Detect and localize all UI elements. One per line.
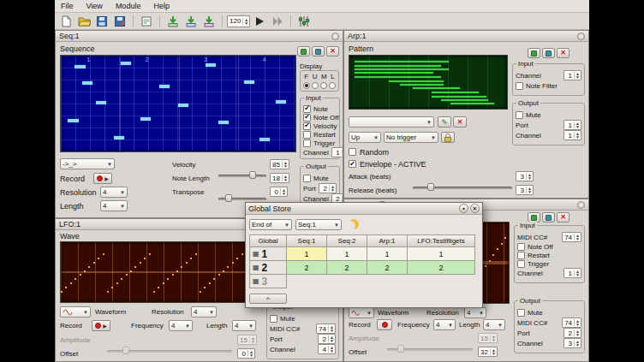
- checkbox-restart[interactable]: Restart: [517, 251, 581, 259]
- zoom-radio-u[interactable]: [312, 82, 319, 89]
- sequence-note[interactable]: [82, 81, 92, 85]
- remove-location-button[interactable]: ^: [249, 294, 287, 304]
- store-cell[interactable]: 2: [326, 260, 367, 275]
- menu-help[interactable]: Help: [153, 2, 170, 10]
- zoom-radio-f[interactable]: [303, 82, 310, 89]
- zoom-mode-m[interactable]: M: [321, 73, 327, 80]
- module-clone-button[interactable]: [297, 46, 310, 56]
- module-handle-icon[interactable]: [331, 33, 339, 40]
- sequence-note[interactable]: [96, 101, 106, 104]
- output-port-spin[interactable]: 1▲▼: [564, 120, 581, 130]
- velocity-slider-handle[interactable]: [249, 171, 256, 179]
- input-channel-spin[interactable]: 1▲▼: [564, 268, 581, 278]
- module-clone-button[interactable]: [528, 48, 540, 58]
- save-as-button[interactable]: [111, 14, 128, 29]
- store-cell[interactable]: 2: [407, 260, 475, 275]
- latch-lock-button[interactable]: [441, 132, 455, 143]
- sequence-note[interactable]: [159, 85, 170, 88]
- transpose-spin[interactable]: 0▲▼: [270, 187, 288, 197]
- length-select[interactable]: 4▼: [100, 200, 128, 211]
- checkbox-velocity[interactable]: Velocity: [303, 122, 337, 130]
- midi-cc-spin[interactable]: 74▲▼: [562, 232, 581, 242]
- checkbox-icon[interactable]: [303, 122, 311, 130]
- seq-titlebar[interactable]: Seq:1: [56, 31, 343, 42]
- sequence-note[interactable]: [244, 80, 254, 84]
- note-length-spin[interactable]: 18▲▼: [270, 173, 289, 183]
- seq-record-button[interactable]: ▶: [93, 173, 112, 184]
- module-handle-icon[interactable]: [577, 201, 585, 209]
- sequence-note[interactable]: [206, 63, 216, 67]
- output-channel-spin[interactable]: 3▲▼: [564, 338, 581, 348]
- direction-select[interactable]: Up▼: [349, 132, 381, 143]
- sequence-note[interactable]: [259, 138, 270, 141]
- trigger-mode-select[interactable]: No trigger▼: [384, 132, 438, 143]
- tempo-spin[interactable]: 120 ▲▼: [227, 15, 250, 27]
- midi-cc-spin[interactable]: 74▲▼: [562, 317, 581, 328]
- module-rename-button[interactable]: [312, 46, 325, 56]
- input-channel-spin[interactable]: 1▲▼: [331, 147, 343, 157]
- sequence-note[interactable]: [218, 121, 229, 124]
- resolution-select[interactable]: 4▼: [100, 187, 128, 198]
- mute-checkbox[interactable]: [303, 175, 311, 182]
- output-port-spin[interactable]: 2▲▼: [318, 334, 336, 344]
- frequency-select[interactable]: 4▼: [433, 319, 456, 330]
- add-arp-button[interactable]: [164, 14, 182, 29]
- checkbox-icon[interactable]: [517, 243, 525, 251]
- module-delete-button[interactable]: ✕: [557, 48, 569, 58]
- sequence-note[interactable]: [276, 100, 286, 104]
- length-select[interactable]: 4▼: [483, 319, 505, 330]
- store-cell[interactable]: 1: [286, 246, 327, 261]
- length-select[interactable]: 4▼: [232, 320, 256, 331]
- module-delete-button[interactable]: ✕: [557, 212, 569, 223]
- new-file-button[interactable]: [57, 14, 75, 29]
- zoom-radio-l[interactable]: [329, 82, 336, 89]
- checkbox-note[interactable]: Note: [303, 104, 337, 113]
- edit-pattern-button[interactable]: ✎: [438, 116, 451, 128]
- save-file-button[interactable]: [93, 14, 110, 29]
- mute-checkbox[interactable]: [270, 315, 277, 323]
- offset-spin[interactable]: 0▲▼: [237, 348, 255, 359]
- output-port-spin[interactable]: 2▲▼: [564, 328, 581, 338]
- store-column-arp-1[interactable]: Arp:1: [367, 234, 408, 247]
- seq-display[interactable]: 1234: [60, 55, 296, 152]
- dialog-titlebar[interactable]: Global Store • ✕: [246, 203, 482, 215]
- waveform-select[interactable]: ▼: [349, 307, 374, 318]
- switch-timing-select[interactable]: End of▼: [249, 219, 292, 230]
- offset-spin[interactable]: 32▲▼: [478, 347, 498, 357]
- attack-slider-handle[interactable]: [427, 183, 434, 191]
- input-channel-spin[interactable]: 1▲▼: [564, 70, 581, 80]
- store-cell[interactable]: 1: [326, 246, 367, 261]
- store-column-lfo-testifitgets[interactable]: LFO:Testifitgets: [407, 234, 475, 247]
- module-delete-button[interactable]: ✕: [326, 46, 339, 56]
- note-length-slider-handle[interactable]: [225, 194, 232, 202]
- checkbox-note-off[interactable]: Note Off: [303, 113, 337, 122]
- output-port-spin[interactable]: 2▲▼: [319, 183, 337, 193]
- sequence-note[interactable]: [114, 136, 124, 139]
- checkbox-icon[interactable]: [517, 260, 525, 268]
- output-channel-spin[interactable]: 4▲▼: [318, 344, 336, 354]
- checkbox-icon[interactable]: [517, 252, 525, 259]
- dialog-close-button[interactable]: ✕: [470, 204, 480, 213]
- waveform-select[interactable]: ▼: [60, 306, 91, 317]
- frequency-select[interactable]: 4▼: [169, 320, 193, 331]
- pattern-preset-select[interactable]: ▼: [349, 116, 434, 128]
- resolution-select[interactable]: 4▼: [191, 306, 217, 317]
- checkbox-trigger[interactable]: Trigger: [303, 139, 337, 147]
- add-seq-button[interactable]: [200, 14, 218, 29]
- velocity-slider[interactable]: [218, 170, 266, 180]
- arp-titlebar[interactable]: Arp:1: [344, 31, 588, 42]
- store-icon[interactable]: ▦: [253, 277, 259, 285]
- spin-arrows-icon[interactable]: ▲▼: [242, 18, 249, 25]
- checkbox-icon[interactable]: [303, 139, 311, 147]
- attack-slider[interactable]: [413, 182, 512, 192]
- module-rename-button[interactable]: [542, 212, 555, 223]
- menu-view[interactable]: View: [86, 2, 103, 10]
- zoom-mode-l[interactable]: L: [331, 73, 334, 80]
- note-filter-checkbox[interactable]: [516, 82, 523, 90]
- store-location-1[interactable]: ▦1: [249, 246, 287, 261]
- sequence-note[interactable]: [178, 104, 188, 107]
- play-button[interactable]: [251, 14, 268, 29]
- add-lfo-button[interactable]: [182, 14, 200, 29]
- menu-module[interactable]: Module: [116, 2, 141, 10]
- forward-button[interactable]: [269, 14, 286, 29]
